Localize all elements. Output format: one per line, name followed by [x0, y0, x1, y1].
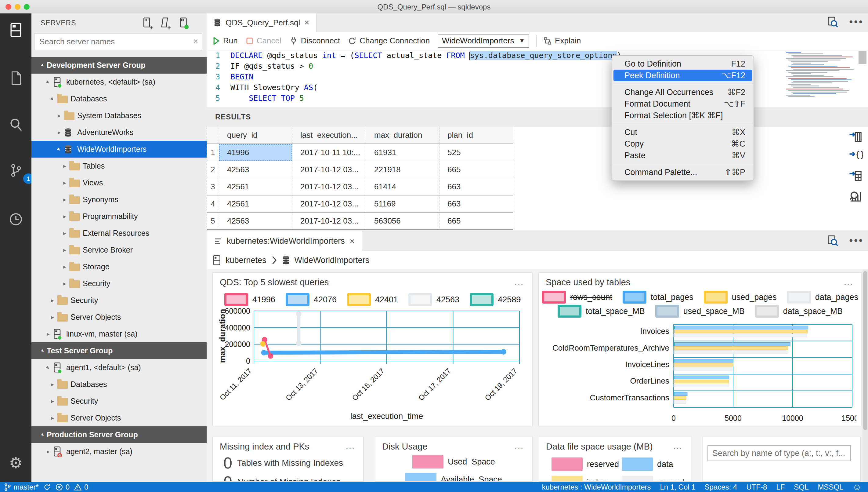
server-group-header[interactable]: ▸Test Server Group — [31, 342, 207, 359]
table-cell[interactable]: 2017-10-11 10:... — [292, 144, 366, 161]
legend-item[interactable]: used_pages — [704, 291, 777, 303]
view-chart-icon[interactable] — [848, 189, 863, 203]
menu-item-copy[interactable]: Copy⌘C — [613, 138, 752, 150]
table-cell[interactable]: 61931 — [366, 144, 440, 161]
chevron-collapsed-icon[interactable]: ▸ — [55, 129, 64, 136]
legend-item[interactable]: index — [552, 476, 622, 482]
table-cell[interactable]: 665 — [440, 213, 513, 230]
legend-item[interactable]: total_space_MB — [558, 305, 645, 318]
status-item[interactable]: MSSQL — [818, 483, 843, 491]
legend-item[interactable]: reserved — [552, 458, 622, 471]
clear-search-icon[interactable]: × — [193, 36, 198, 46]
tree-item[interactable]: ▸System Databases — [31, 107, 207, 124]
chevron-collapsed-icon[interactable]: ▸ — [60, 246, 69, 253]
code-line[interactable]: 3BEGIN — [207, 71, 868, 82]
row-number[interactable]: 1 — [207, 144, 219, 161]
status-item[interactable]: UTF-8 — [746, 483, 767, 491]
chevron-expanded-icon[interactable]: ▸ — [43, 362, 54, 373]
menu-item-cut[interactable]: Cut⌘X — [613, 126, 752, 138]
legend-item[interactable]: 42589 — [470, 293, 521, 306]
table-cell[interactable]: 563056 — [366, 213, 440, 230]
gear-icon[interactable]: ⚙ — [8, 455, 24, 471]
column-header[interactable]: query_id — [219, 127, 292, 144]
widget-menu-icon[interactable]: … — [673, 440, 683, 452]
chevron-collapsed-icon[interactable]: ▸ — [60, 179, 69, 186]
chevron-collapsed-icon[interactable]: ▸ — [48, 398, 57, 405]
sync-icon[interactable] — [43, 483, 51, 491]
tree-item[interactable]: ▸Server Objects — [31, 309, 207, 325]
tree-item[interactable]: ▸External Resources — [31, 225, 207, 242]
table-cell[interactable]: 42563 — [219, 213, 292, 230]
chevron-collapsed-icon[interactable]: ▸ — [55, 112, 64, 119]
chevron-expanded-icon[interactable]: ▸ — [38, 430, 48, 439]
legend-item[interactable]: used_space_MB — [655, 305, 745, 318]
widget-menu-icon[interactable]: … — [514, 440, 525, 452]
chevron-expanded-icon[interactable]: ▸ — [47, 93, 58, 104]
row-number[interactable]: 3 — [207, 178, 219, 195]
legend-item[interactable]: total_pages — [623, 291, 693, 303]
chevron-collapsed-icon[interactable]: ▸ — [48, 297, 57, 304]
tree-item[interactable]: ▸agent2, master (sa) — [31, 443, 207, 460]
editor-scrollbar[interactable] — [859, 51, 866, 64]
menu-item-format-document[interactable]: Format Document⌥⇧F — [613, 98, 752, 109]
chevron-collapsed-icon[interactable]: ▸ — [60, 280, 69, 287]
tab-dashboard[interactable]: kubernetes:WideWorldImporters × — [207, 231, 362, 251]
row-number[interactable]: 4 — [207, 195, 219, 213]
legend-item[interactable]: unused — [622, 476, 691, 482]
legend-item[interactable]: 42076 — [286, 293, 337, 306]
widget-menu-icon[interactable]: … — [345, 440, 356, 452]
breadcrumb-database[interactable]: WideWorldImporters — [294, 255, 370, 265]
status-item[interactable]: Spaces: 4 — [705, 483, 737, 491]
chevron-collapsed-icon[interactable]: ▸ — [44, 448, 53, 455]
chevron-collapsed-icon[interactable]: ▸ — [60, 213, 69, 220]
tree-item[interactable]: ▸Tables — [31, 157, 207, 174]
legend-item[interactable]: data — [622, 458, 691, 471]
new-server-group-icon[interactable] — [160, 17, 171, 30]
tree-item[interactable]: ▸Storage — [31, 259, 207, 275]
new-connection-icon[interactable] — [142, 17, 153, 30]
menu-item-change-all-occurrences[interactable]: Change All Occurrences⌘F2 — [613, 87, 752, 98]
chevron-collapsed-icon[interactable]: ▸ — [48, 414, 57, 421]
legend-item[interactable]: data_space_MB — [755, 305, 843, 318]
table-cell[interactable]: 41996 — [219, 144, 292, 161]
table-cell[interactable]: 2017-10-12 03... — [292, 178, 366, 195]
column-header[interactable]: last_execution... — [292, 127, 366, 144]
chevron-collapsed-icon[interactable]: ▸ — [48, 314, 57, 321]
database-dropdown[interactable]: WideWorldImporters ▼ — [438, 34, 529, 48]
menu-item-command-palette[interactable]: Command Palette...⇧⌘P — [613, 167, 752, 178]
source-control-icon[interactable]: 1 — [8, 163, 24, 178]
menu-item-paste[interactable]: Paste⌘V — [613, 150, 752, 161]
close-tab-icon[interactable]: × — [304, 18, 309, 27]
servers-icon[interactable] — [8, 22, 24, 38]
menu-item-go-to-definition[interactable]: Go to DefinitionF12 — [613, 58, 752, 70]
object-search-input[interactable] — [707, 445, 851, 461]
chevron-expanded-icon[interactable]: ▸ — [38, 346, 48, 355]
row-number[interactable]: 5 — [207, 213, 219, 230]
find-in-file-icon[interactable] — [826, 16, 839, 28]
menu-item-format-selection-k-f[interactable]: Format Selection [⌘K ⌘F] — [613, 109, 752, 121]
tree-item[interactable]: ▸Views — [31, 174, 207, 191]
tree-item[interactable]: ▸Security — [31, 275, 207, 292]
explain-button[interactable]: Explain — [543, 36, 581, 46]
chevron-collapsed-icon[interactable]: ▸ — [60, 196, 69, 203]
row-number[interactable]: 2 — [207, 161, 219, 178]
chevron-collapsed-icon[interactable]: ▸ — [60, 163, 69, 170]
legend-item[interactable]: 41996 — [224, 293, 275, 306]
chevron-collapsed-icon[interactable]: ▸ — [48, 381, 57, 388]
git-branch-item[interactable]: master* — [4, 483, 39, 491]
find-icon[interactable] — [826, 235, 839, 247]
table-cell[interactable]: 42561 — [219, 195, 292, 213]
menu-item-peek-definition[interactable]: Peek Definition⌥F12 — [613, 70, 752, 81]
chevron-collapsed-icon[interactable]: ▸ — [60, 263, 69, 270]
legend-item[interactable]: 42401 — [347, 293, 398, 306]
feedback-smiley-icon[interactable]: ☺ — [852, 482, 861, 492]
code-line[interactable]: 4WITH SlowestQry AS( — [207, 82, 868, 93]
active-connections-icon[interactable] — [179, 17, 189, 30]
column-header[interactable]: plan_id — [440, 127, 513, 144]
save-csv-icon[interactable] — [848, 130, 863, 144]
panel-more-actions-icon[interactable]: ••• — [849, 239, 864, 243]
tree-item[interactable]: ▸kubernetes, <default> (sa) — [31, 74, 207, 91]
tree-item[interactable]: ▸Server Objects — [31, 410, 207, 426]
code-line[interactable]: 2IF @qds_status > 0 — [207, 61, 868, 71]
table-cell[interactable]: 61414 — [366, 178, 440, 195]
